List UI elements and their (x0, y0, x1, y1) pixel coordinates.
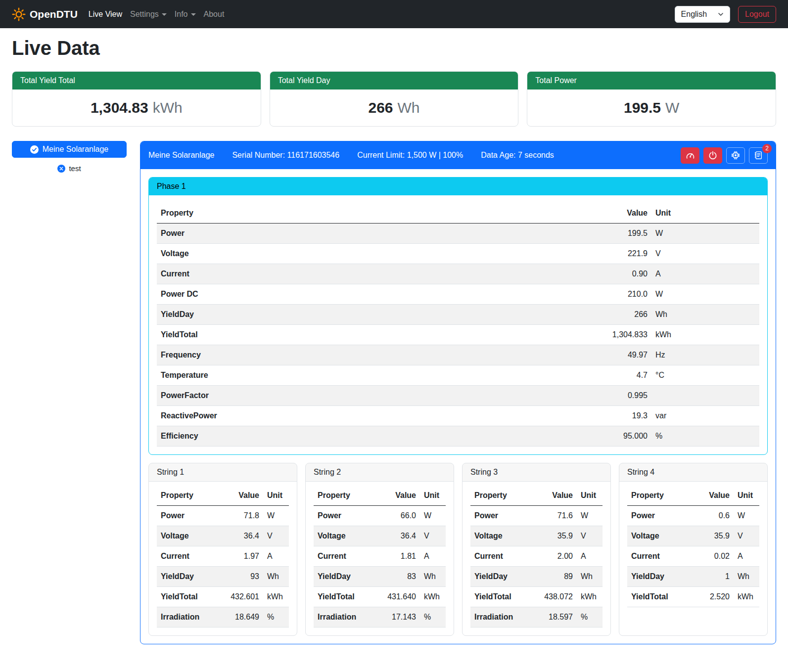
summary-unit: W (665, 99, 679, 116)
inverter-select-meine-solaranlage[interactable]: Meine Solaranlage (12, 141, 127, 158)
property-cell: Voltage (470, 526, 530, 546)
phase-card-title: Phase 1 (149, 178, 767, 195)
unit-cell: % (420, 607, 446, 627)
value-cell: 0.02 (692, 546, 734, 567)
unit-cell: % (651, 426, 759, 447)
value-cell: 83 (373, 567, 420, 587)
value-cell: 1,304.833 (453, 325, 651, 345)
inverter-label: Meine Solaranlage (43, 145, 108, 154)
unit-cell: °C (651, 365, 759, 386)
unit-cell: var (651, 406, 759, 426)
summary-card-total-yield-total: Total Yield Total1,304.83kWh (12, 71, 261, 127)
unit-cell: V (577, 526, 603, 546)
unit-cell: V (651, 244, 759, 264)
unit-cell: W (263, 506, 289, 526)
property-cell: Power (627, 506, 692, 526)
table-row: Power DC210.0W (157, 284, 759, 305)
nav-item-info[interactable]: Info (171, 6, 200, 23)
power-button[interactable] (703, 147, 722, 164)
value-cell: 199.5 (453, 224, 651, 244)
column-header-property: Property (314, 486, 373, 506)
string-card-title: String 2 (306, 463, 454, 482)
value-cell: 36.4 (373, 526, 420, 546)
table-head: PropertyValueUnit (470, 486, 603, 506)
table-row: Voltage35.9V (627, 526, 759, 546)
table-row: YieldDay1Wh (627, 567, 759, 587)
string-card-string-4: String 4PropertyValueUnitPower0.6WVoltag… (619, 463, 768, 636)
language-select[interactable]: English (675, 6, 730, 23)
sun-logo-icon (12, 7, 26, 21)
table-header-row: PropertyValueUnit (627, 486, 759, 506)
brand-link[interactable]: OpenDTU (12, 7, 78, 21)
column-header-value: Value (453, 203, 651, 224)
table-row: YieldDay83Wh (314, 567, 446, 587)
property-cell: PowerFactor (157, 386, 453, 406)
value-cell: 210.0 (453, 284, 651, 305)
logout-button[interactable]: Logout (738, 6, 776, 23)
nav-item-live-view[interactable]: Live View (85, 6, 126, 23)
nav-links: Live ViewSettingsInfoAbout (85, 6, 229, 23)
table-row: Voltage35.9V (470, 526, 603, 546)
page-title: Live Data (12, 37, 776, 59)
journal-button[interactable]: 2 (749, 147, 768, 164)
value-cell: 2.00 (530, 546, 577, 567)
summary-card-total-yield-day: Total Yield Day266Wh (270, 71, 519, 127)
chevron-down-icon (162, 13, 167, 16)
unit-cell: kWh (263, 587, 289, 607)
table-row: Irradiation18.649% (157, 607, 289, 627)
table-row: YieldTotal438.072kWh (470, 587, 603, 607)
unit-cell: A (263, 546, 289, 567)
unit-cell: A (734, 546, 759, 567)
phase-card: Phase 1 PropertyValueUnitPower199.5WVolt… (148, 177, 768, 455)
value-cell: 431.640 (373, 587, 420, 607)
value-cell: 18.649 (217, 607, 263, 627)
table-header-row: PropertyValueUnit (157, 203, 759, 224)
property-cell: Power (157, 224, 453, 244)
unit-cell: kWh (734, 587, 759, 607)
table-header-row: PropertyValueUnit (314, 486, 446, 506)
unit-cell: Wh (577, 567, 603, 587)
value-cell: 1 (692, 567, 734, 587)
unit-cell: W (651, 224, 759, 244)
summary-value: 1,304.83 (91, 99, 148, 116)
gauge-button[interactable] (681, 147, 699, 164)
summary-card-value: 266Wh (270, 90, 518, 126)
table-row: YieldTotal431.640kWh (314, 587, 446, 607)
table-body: Power199.5WVoltage221.9VCurrent0.90APowe… (157, 224, 759, 447)
inverter-select-test[interactable]: test (12, 164, 127, 173)
column-header-unit: Unit (263, 486, 289, 506)
unit-cell (651, 386, 759, 406)
nav-item-about[interactable]: About (200, 6, 229, 23)
table-row: Voltage36.4V (314, 526, 446, 546)
unit-cell: % (577, 607, 603, 627)
table-head: PropertyValueUnit (627, 486, 759, 506)
property-cell: Current (470, 546, 530, 567)
inverter-panel-header: Meine Solaranlage Serial Number: 1161716… (140, 141, 776, 169)
property-cell: Voltage (157, 244, 453, 264)
table-row: Current0.02A (627, 546, 759, 567)
nav-right: English Logout (675, 6, 776, 23)
string-card-string-1: String 1PropertyValueUnitPower71.8WVolta… (148, 463, 297, 636)
table-row: YieldTotal2.520kWh (627, 587, 759, 607)
summary-card-title: Total Yield Total (12, 72, 261, 90)
string-card-title: String 3 (463, 463, 610, 482)
property-cell: Voltage (314, 526, 373, 546)
column-header-property: Property (157, 203, 453, 224)
unit-cell: V (263, 526, 289, 546)
summary-card-value: 199.5W (527, 90, 776, 126)
cpu-button[interactable] (726, 147, 745, 164)
string-card-body: PropertyValueUnitPower0.6WVoltage35.9VCu… (619, 482, 767, 615)
unit-cell: W (577, 506, 603, 526)
chevron-down-icon (191, 13, 196, 16)
strings-row: String 1PropertyValueUnitPower71.8WVolta… (148, 463, 768, 636)
summary-cards: Total Yield Total1,304.83kWhTotal Yield … (12, 71, 776, 127)
string-card-title: String 1 (149, 463, 297, 482)
property-cell: YieldDay (627, 567, 692, 587)
nav-item-settings[interactable]: Settings (126, 6, 171, 23)
chevron-down-icon (718, 11, 724, 17)
value-cell: 71.8 (217, 506, 263, 526)
value-cell: 35.9 (530, 526, 577, 546)
property-cell: Current (627, 546, 692, 567)
power-icon (708, 151, 717, 160)
property-cell: Current (157, 264, 453, 284)
